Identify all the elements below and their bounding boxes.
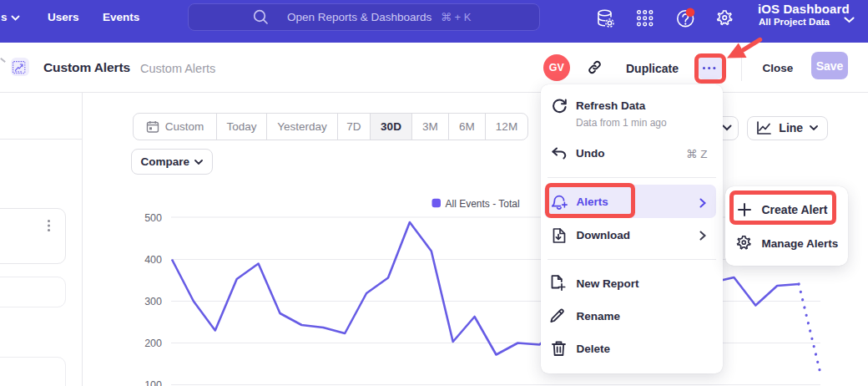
svg-text:100: 100	[144, 379, 162, 386]
svg-text:200: 200	[144, 338, 162, 349]
svg-text:400: 400	[144, 254, 162, 266]
svg-text:500: 500	[144, 212, 162, 224]
svg-text:All Events - Total: All Events - Total	[446, 198, 520, 210]
svg-text:300: 300	[144, 296, 162, 307]
